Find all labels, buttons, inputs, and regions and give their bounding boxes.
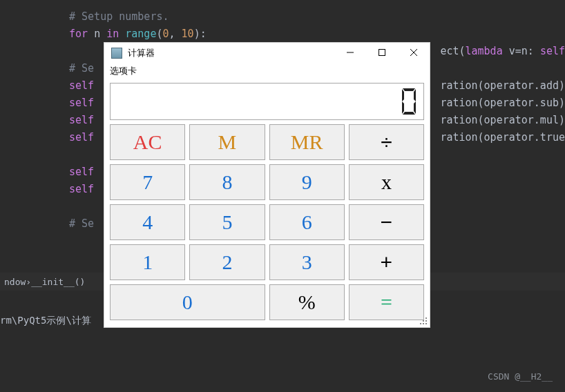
calc-button-add[interactable]: +: [349, 244, 424, 280]
calc-button-sub[interactable]: −: [349, 204, 424, 240]
svg-rect-11: [423, 320, 424, 322]
csdn-watermark: CSDN @__H2__: [488, 368, 553, 385]
maximize-icon: [378, 48, 386, 59]
calc-button-1[interactable]: 1: [110, 244, 185, 280]
display-value: [400, 87, 418, 116]
resize-grip[interactable]: [419, 316, 428, 326]
maximize-button[interactable]: [366, 43, 398, 63]
svg-rect-14: [423, 323, 424, 324]
svg-rect-1: [379, 49, 385, 55]
svg-marker-7: [402, 101, 404, 114]
calc-button-m[interactable]: M: [189, 124, 265, 160]
svg-rect-13: [420, 323, 421, 324]
window-title: 计算器: [128, 47, 155, 59]
calc-button-9[interactable]: 9: [269, 164, 345, 200]
calc-button-eq[interactable]: =: [349, 284, 424, 320]
calc-button-4[interactable]: 4: [110, 204, 185, 240]
calc-button-8[interactable]: 8: [189, 164, 265, 200]
minimize-button[interactable]: [334, 43, 366, 63]
calculator-window: 计算器 选项卡: [104, 43, 430, 327]
svg-marker-9: [403, 112, 415, 115]
breadcrumb-item: ndow: [4, 273, 26, 291]
close-icon: [410, 48, 418, 59]
calc-button-2[interactable]: 2: [189, 244, 265, 280]
app-icon: [111, 48, 122, 59]
minimize-icon: [346, 48, 354, 59]
button-grid: ACMMR÷789x456−123+0%=: [110, 124, 424, 320]
calculator-display: [110, 83, 424, 120]
window-titlebar[interactable]: 计算器: [104, 43, 430, 63]
menubar: 选项卡: [104, 63, 430, 79]
calc-button-mr[interactable]: MR: [269, 124, 345, 160]
svg-rect-15: [425, 323, 427, 324]
svg-marker-5: [402, 89, 404, 101]
svg-marker-4: [403, 88, 415, 91]
calc-button-0[interactable]: 0: [110, 284, 265, 320]
svg-marker-6: [414, 89, 416, 101]
breadcrumb-sep: ›: [26, 273, 31, 291]
calculator-body: ACMMR÷789x456−123+0%=: [104, 79, 430, 327]
breadcrumb-item: __init__(): [31, 273, 85, 291]
calc-button-div[interactable]: ÷: [349, 124, 424, 160]
calc-button-mul[interactable]: x: [349, 164, 424, 200]
calc-button-ac[interactable]: AC: [110, 124, 185, 160]
menu-options[interactable]: 选项卡: [110, 65, 137, 77]
calc-button-pct[interactable]: %: [269, 284, 345, 320]
close-button[interactable]: [398, 43, 430, 63]
calc-button-6[interactable]: 6: [269, 204, 345, 240]
svg-marker-8: [414, 101, 416, 114]
code-line: # Setup numbers.: [0, 8, 565, 26]
code-line: for n in range(0, 10):: [0, 26, 565, 43]
svg-rect-10: [425, 317, 427, 319]
calc-button-5[interactable]: 5: [189, 204, 265, 240]
calc-button-7[interactable]: 7: [110, 164, 185, 200]
calc-button-3[interactable]: 3: [269, 244, 345, 280]
svg-rect-12: [425, 320, 427, 322]
